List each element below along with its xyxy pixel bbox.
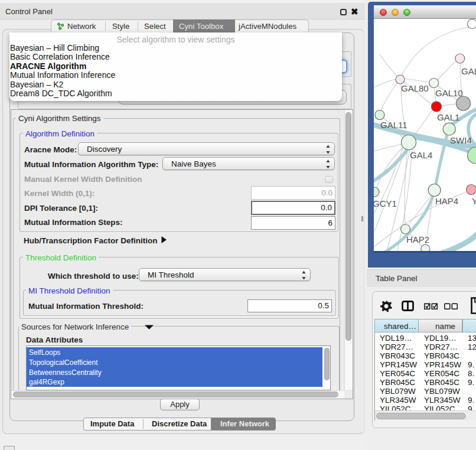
svg-text:GCY1: GCY1 — [374, 198, 397, 208]
svg-text:HAP4: HAP4 — [435, 196, 458, 206]
svg-text:GAL1: GAL1 — [437, 112, 459, 122]
svg-text:SWI4: SWI4 — [450, 135, 472, 145]
svg-text:GAL: GAL — [461, 66, 476, 76]
svg-text:GAL11: GAL11 — [380, 120, 407, 130]
svg-text:GAL10: GAL10 — [435, 88, 463, 98]
svg-text:GAL4: GAL4 — [410, 150, 432, 160]
svg-text:GAL80: GAL80 — [401, 83, 429, 93]
svg-text:Y: Y — [472, 196, 476, 206]
svg-text:HAP2: HAP2 — [406, 234, 429, 244]
